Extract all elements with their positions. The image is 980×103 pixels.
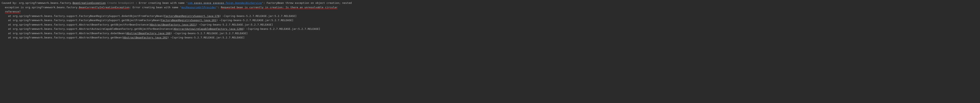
method-text: org.springframework.beans.factory.suppor… xyxy=(13,27,173,30)
msg-text: ': FactoryBean threw exception on object… xyxy=(262,2,352,5)
jar-suffix: ) ~[spring-beans-5.2.7.RELEASE.jar:5.2.7… xyxy=(196,23,273,26)
msg-text: ': xyxy=(216,6,221,9)
stack-frame: at org.springframework.beans.factory.sup… xyxy=(2,18,978,22)
method-text: org.springframework.beans.factory.suppor… xyxy=(13,19,161,22)
source-file-link[interactable]: AbstractBeanFactory.java:1821 xyxy=(150,23,196,26)
circular-reference-msg-tail: reference? xyxy=(5,10,21,13)
method-text: org.springframework.beans.factory.suppor… xyxy=(13,32,126,35)
bean-service-link[interactable]: com.▮▮▮▮▮.▮▮▮▮▮ ▮▮▮▮▮▮▮.feign.OpenApiBiz… xyxy=(188,2,262,5)
stack-frame: at org.springframework.beans.factory.sup… xyxy=(2,35,978,40)
msg-text: exception is org.springframework.beans.f… xyxy=(5,6,79,9)
source-file-link[interactable]: FactoryBeanRegistrySupport.java:178 xyxy=(164,14,220,17)
method-text: org.springframework.beans.factory.suppor… xyxy=(13,23,150,26)
fqcn-text: org.springframework.beans.factory. xyxy=(19,2,73,5)
method-text: org.springframework.beans.factory.suppor… xyxy=(13,14,164,17)
bean-name-link[interactable]: mvcResourceUrlProvider xyxy=(181,6,216,9)
exception-link-highlight[interactable]: BeanCurrentlyInCreationException xyxy=(79,6,129,9)
jar-suffix: ) ~[spring-beans-5.2.7.RELEASE.jar:5.2.7… xyxy=(216,19,294,22)
method-text: org.springframework.beans.factory.suppor… xyxy=(13,36,123,39)
create-breakpoint-button[interactable]: Create breakpoint xyxy=(106,2,136,5)
jar-suffix: ) ~[spring-beans-5.2.7.RELEASE.jar:5.2.7… xyxy=(167,36,245,39)
caused-by-line-3: reference? xyxy=(2,10,978,14)
jar-suffix: ) ~[spring-beans-5.2.7.RELEASE.jar:5.2.7… xyxy=(220,14,297,17)
stack-frame: at org.springframework.beans.factory.sup… xyxy=(2,27,978,31)
caused-by-line-1: Caused by: org.springframework.beans.fac… xyxy=(2,1,978,5)
source-file-link[interactable]: FactoryBeanRegistrySupport.java:101 xyxy=(161,19,216,22)
msg-text: : Error creating bean with name ' xyxy=(129,6,181,9)
stack-frame: at org.springframework.beans.factory.sup… xyxy=(2,22,978,27)
source-file-link[interactable]: AbstractAutowireCapableBeanFactory.java:… xyxy=(174,27,243,30)
jar-suffix: ) ~[spring-beans-5.2.7.RELEASE.jar:5.2.7… xyxy=(243,27,320,30)
source-file-link[interactable]: AbstractBeanFactory.java:260 xyxy=(126,32,170,35)
jar-suffix: ) ~[spring-beans-5.2.7.RELEASE.jar:5.2.7… xyxy=(170,32,248,35)
stack-frame: at org.springframework.beans.factory.sup… xyxy=(2,14,978,18)
caused-by-line-2: exception is org.springframework.beans.f… xyxy=(2,5,978,10)
caused-by-prefix: Caused by: xyxy=(2,2,19,5)
at-keyword: at xyxy=(8,23,13,26)
at-keyword: at xyxy=(8,14,13,17)
stack-frame: at org.springframework.beans.factory.sup… xyxy=(2,31,978,36)
at-keyword: at xyxy=(8,36,13,39)
at-keyword: at xyxy=(8,27,13,30)
msg-text: : Error creating bean with name ' xyxy=(135,2,188,5)
at-keyword: at xyxy=(8,32,13,35)
exception-link[interactable]: BeanCreationException xyxy=(73,2,106,5)
at-keyword: at xyxy=(8,19,13,22)
source-file-link[interactable]: AbstractBeanFactory.java:202 xyxy=(123,36,167,39)
circular-reference-msg: Requested bean is currently in creation:… xyxy=(221,6,337,9)
